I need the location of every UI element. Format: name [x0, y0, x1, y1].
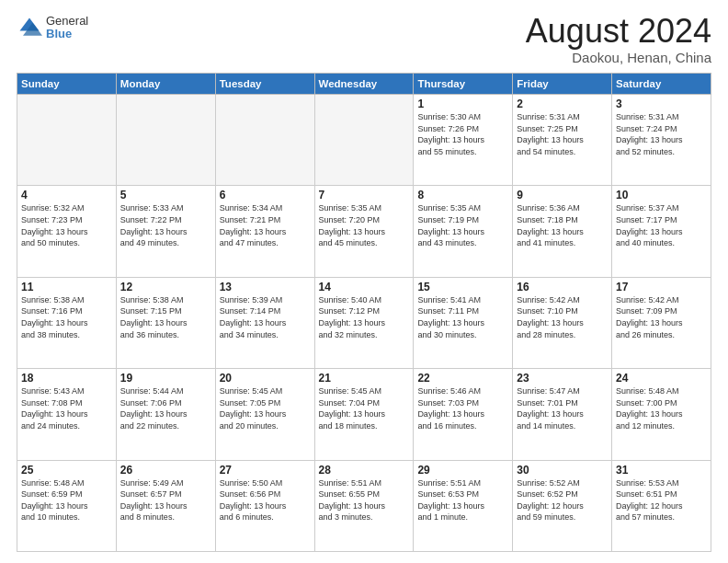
day-info: Sunrise: 5:44 AM Sunset: 7:06 PM Dayligh… — [120, 385, 211, 431]
day-info: Sunrise: 5:30 AM Sunset: 7:26 PM Dayligh… — [417, 111, 508, 157]
calendar-cell: 15Sunrise: 5:41 AM Sunset: 7:11 PM Dayli… — [414, 277, 513, 368]
day-number: 9 — [517, 189, 608, 201]
day-info: Sunrise: 5:47 AM Sunset: 7:01 PM Dayligh… — [517, 385, 608, 431]
month-title: August 2024 — [526, 15, 711, 48]
day-number: 15 — [417, 281, 508, 293]
calendar-header-monday: Monday — [116, 74, 215, 95]
calendar-header-row: SundayMondayTuesdayWednesdayThursdayFrid… — [17, 74, 711, 95]
calendar-cell: 13Sunrise: 5:39 AM Sunset: 7:14 PM Dayli… — [215, 277, 314, 368]
calendar-cell: 21Sunrise: 5:45 AM Sunset: 7:04 PM Dayli… — [314, 369, 414, 460]
logo: General Blue — [17, 15, 88, 41]
day-info: Sunrise: 5:31 AM Sunset: 7:25 PM Dayligh… — [517, 111, 608, 157]
day-info: Sunrise: 5:48 AM Sunset: 7:00 PM Dayligh… — [616, 385, 707, 431]
day-number: 14 — [319, 281, 410, 293]
day-info: Sunrise: 5:45 AM Sunset: 7:04 PM Dayligh… — [319, 385, 410, 431]
day-number: 12 — [120, 281, 211, 293]
calendar-cell: 2Sunrise: 5:31 AM Sunset: 7:25 PM Daylig… — [513, 95, 612, 186]
day-number: 18 — [21, 372, 112, 385]
calendar-cell: 27Sunrise: 5:50 AM Sunset: 6:56 PM Dayli… — [215, 460, 314, 551]
calendar-cell: 31Sunrise: 5:53 AM Sunset: 6:51 PM Dayli… — [612, 460, 711, 551]
day-number: 16 — [517, 281, 608, 293]
day-info: Sunrise: 5:33 AM Sunset: 7:22 PM Dayligh… — [120, 202, 211, 248]
calendar-cell: 12Sunrise: 5:38 AM Sunset: 7:15 PM Dayli… — [116, 277, 215, 368]
day-info: Sunrise: 5:50 AM Sunset: 6:56 PM Dayligh… — [220, 477, 311, 523]
day-info: Sunrise: 5:38 AM Sunset: 7:16 PM Dayligh… — [21, 294, 112, 340]
logo-text: General Blue — [46, 15, 88, 41]
calendar-cell: 8Sunrise: 5:35 AM Sunset: 7:19 PM Daylig… — [414, 186, 513, 277]
calendar-header-wednesday: Wednesday — [314, 74, 414, 95]
calendar-cell: 10Sunrise: 5:37 AM Sunset: 7:17 PM Dayli… — [612, 186, 711, 277]
day-info: Sunrise: 5:31 AM Sunset: 7:24 PM Dayligh… — [616, 111, 707, 157]
calendar-cell: 1Sunrise: 5:30 AM Sunset: 7:26 PM Daylig… — [414, 95, 513, 186]
calendar-cell: 26Sunrise: 5:49 AM Sunset: 6:57 PM Dayli… — [116, 460, 215, 551]
day-number: 4 — [21, 189, 112, 201]
day-number: 25 — [21, 464, 112, 477]
calendar-cell: 24Sunrise: 5:48 AM Sunset: 7:00 PM Dayli… — [612, 369, 711, 460]
day-info: Sunrise: 5:42 AM Sunset: 7:10 PM Dayligh… — [517, 294, 608, 340]
day-info: Sunrise: 5:37 AM Sunset: 7:17 PM Dayligh… — [616, 202, 707, 248]
day-info: Sunrise: 5:41 AM Sunset: 7:11 PM Dayligh… — [417, 294, 508, 340]
calendar-week-5: 25Sunrise: 5:48 AM Sunset: 6:59 PM Dayli… — [17, 460, 711, 551]
calendar-cell: 9Sunrise: 5:36 AM Sunset: 7:18 PM Daylig… — [513, 186, 612, 277]
day-info: Sunrise: 5:36 AM Sunset: 7:18 PM Dayligh… — [517, 202, 608, 248]
day-number: 23 — [517, 372, 608, 385]
day-number: 2 — [517, 98, 608, 110]
calendar-week-4: 18Sunrise: 5:43 AM Sunset: 7:08 PM Dayli… — [17, 369, 711, 460]
calendar-week-1: 1Sunrise: 5:30 AM Sunset: 7:26 PM Daylig… — [17, 95, 711, 186]
calendar-table: SundayMondayTuesdayWednesdayThursdayFrid… — [17, 73, 711, 552]
day-number: 11 — [21, 281, 112, 293]
calendar-cell: 14Sunrise: 5:40 AM Sunset: 7:12 PM Dayli… — [314, 277, 414, 368]
day-number: 26 — [120, 464, 211, 477]
logo-blue-text: Blue — [46, 28, 88, 40]
calendar-cell — [314, 95, 414, 186]
day-info: Sunrise: 5:32 AM Sunset: 7:23 PM Dayligh… — [21, 202, 112, 248]
day-info: Sunrise: 5:42 AM Sunset: 7:09 PM Dayligh… — [616, 294, 707, 340]
calendar-week-2: 4Sunrise: 5:32 AM Sunset: 7:23 PM Daylig… — [17, 186, 711, 277]
title-block: August 2024 Daokou, Henan, China — [526, 15, 711, 65]
day-info: Sunrise: 5:53 AM Sunset: 6:51 PM Dayligh… — [616, 477, 707, 523]
day-number: 6 — [220, 189, 311, 201]
day-number: 1 — [417, 98, 508, 110]
day-number: 13 — [220, 281, 311, 293]
day-number: 5 — [120, 189, 211, 201]
logo-icon — [17, 15, 42, 40]
calendar-header-thursday: Thursday — [414, 74, 513, 95]
header: General Blue August 2024 Daokou, Henan, … — [17, 15, 711, 65]
day-number: 7 — [319, 189, 410, 201]
calendar-header-saturday: Saturday — [612, 74, 711, 95]
day-info: Sunrise: 5:51 AM Sunset: 6:55 PM Dayligh… — [319, 477, 410, 523]
day-number: 21 — [319, 372, 410, 385]
day-number: 17 — [616, 281, 707, 293]
day-info: Sunrise: 5:40 AM Sunset: 7:12 PM Dayligh… — [319, 294, 410, 340]
day-info: Sunrise: 5:43 AM Sunset: 7:08 PM Dayligh… — [21, 385, 112, 431]
calendar-cell: 25Sunrise: 5:48 AM Sunset: 6:59 PM Dayli… — [17, 460, 117, 551]
page: General Blue August 2024 Daokou, Henan, … — [0, 0, 728, 563]
calendar-cell: 16Sunrise: 5:42 AM Sunset: 7:10 PM Dayli… — [513, 277, 612, 368]
calendar-header-tuesday: Tuesday — [215, 74, 314, 95]
day-info: Sunrise: 5:52 AM Sunset: 6:52 PM Dayligh… — [517, 477, 608, 523]
calendar-cell: 18Sunrise: 5:43 AM Sunset: 7:08 PM Dayli… — [17, 369, 117, 460]
logo-general-text: General — [46, 15, 88, 28]
day-info: Sunrise: 5:48 AM Sunset: 6:59 PM Dayligh… — [21, 477, 112, 523]
calendar-cell: 22Sunrise: 5:46 AM Sunset: 7:03 PM Dayli… — [414, 369, 513, 460]
day-number: 27 — [220, 464, 311, 477]
location: Daokou, Henan, China — [526, 50, 711, 65]
day-info: Sunrise: 5:35 AM Sunset: 7:20 PM Dayligh… — [319, 202, 410, 248]
day-number: 24 — [616, 372, 707, 385]
calendar-header-sunday: Sunday — [17, 74, 117, 95]
calendar-cell: 23Sunrise: 5:47 AM Sunset: 7:01 PM Dayli… — [513, 369, 612, 460]
calendar-cell: 4Sunrise: 5:32 AM Sunset: 7:23 PM Daylig… — [17, 186, 117, 277]
day-number: 29 — [417, 464, 508, 477]
calendar-cell: 3Sunrise: 5:31 AM Sunset: 7:24 PM Daylig… — [612, 95, 711, 186]
day-number: 28 — [319, 464, 410, 477]
calendar-cell: 6Sunrise: 5:34 AM Sunset: 7:21 PM Daylig… — [215, 186, 314, 277]
calendar-cell: 17Sunrise: 5:42 AM Sunset: 7:09 PM Dayli… — [612, 277, 711, 368]
day-number: 22 — [417, 372, 508, 385]
day-number: 20 — [220, 372, 311, 385]
calendar-cell: 5Sunrise: 5:33 AM Sunset: 7:22 PM Daylig… — [116, 186, 215, 277]
calendar-cell: 28Sunrise: 5:51 AM Sunset: 6:55 PM Dayli… — [314, 460, 414, 551]
calendar-cell: 19Sunrise: 5:44 AM Sunset: 7:06 PM Dayli… — [116, 369, 215, 460]
calendar-cell: 20Sunrise: 5:45 AM Sunset: 7:05 PM Dayli… — [215, 369, 314, 460]
day-info: Sunrise: 5:35 AM Sunset: 7:19 PM Dayligh… — [417, 202, 508, 248]
day-info: Sunrise: 5:38 AM Sunset: 7:15 PM Dayligh… — [120, 294, 211, 340]
